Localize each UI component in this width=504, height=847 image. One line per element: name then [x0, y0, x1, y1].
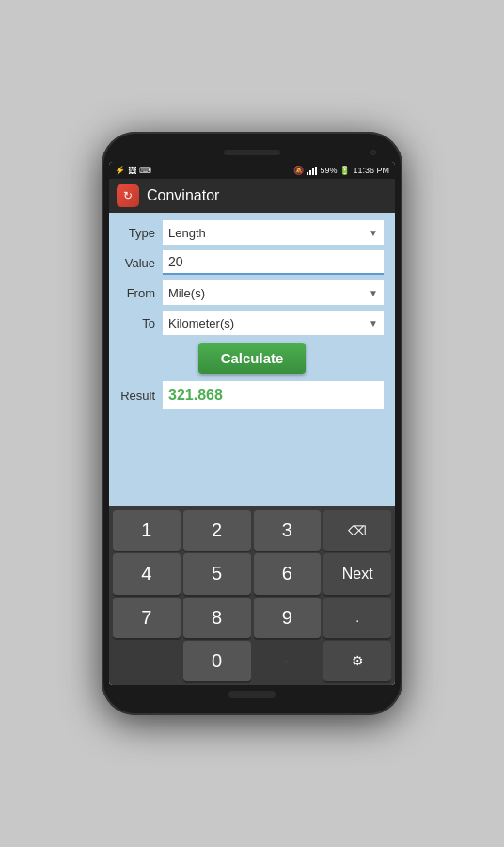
status-left-icons: ⚡ 🖼 ⌨ — [115, 166, 151, 175]
phone-screen: ⚡ 🖼 ⌨ 🔕 59% 🔋 11:36 PM ↻ — [109, 162, 395, 685]
value-label: Value — [120, 256, 163, 270]
gear-icon: ⚙ — [352, 653, 364, 668]
key-4[interactable]: 4 — [113, 553, 181, 594]
value-row: Value — [120, 250, 384, 275]
from-arrow: ▼ — [369, 288, 378, 298]
result-value: 321.868 — [168, 387, 223, 404]
home-button[interactable] — [228, 691, 276, 698]
usb-icon: ⚡ — [115, 166, 125, 175]
to-select[interactable]: Kilometer(s) ▼ — [163, 311, 384, 335]
key-settings[interactable]: ⚙ — [323, 641, 391, 681]
app-icon-symbol: ↻ — [123, 189, 133, 202]
signal-bars — [307, 166, 317, 175]
keyboard-icon: ⌨ — [139, 166, 151, 175]
from-value: Mile(s) — [168, 286, 205, 300]
result-row: Result 321.868 — [120, 381, 384, 409]
image-icon: 🖼 — [128, 166, 136, 175]
time: 11:36 PM — [353, 166, 389, 175]
to-row: To Kilometer(s) ▼ — [120, 311, 384, 335]
type-label: Type — [120, 226, 163, 240]
from-row: From Mile(s) ▼ — [120, 280, 384, 305]
signal-bar-4 — [315, 167, 317, 175]
type-value: Length — [168, 226, 206, 240]
key-7[interactable]: 7 — [113, 598, 181, 638]
result-box: 321.868 — [163, 381, 384, 409]
key-0[interactable]: 0 — [183, 641, 251, 681]
key-decimal[interactable]: . — [323, 598, 391, 638]
mute-icon: 🔕 — [293, 166, 304, 175]
speaker — [224, 150, 280, 155]
signal-bar-3 — [312, 168, 314, 175]
status-bar: ⚡ 🖼 ⌨ 🔕 59% 🔋 11:36 PM — [109, 162, 395, 179]
key-backspace[interactable]: ⌫ — [323, 510, 391, 551]
phone-bottom — [109, 685, 395, 704]
key-8[interactable]: 8 — [183, 598, 251, 638]
type-select[interactable]: Length ▼ — [163, 220, 384, 245]
signal-bar-2 — [309, 170, 311, 175]
key-6[interactable]: 6 — [254, 553, 322, 594]
key-2[interactable]: 2 — [183, 510, 251, 551]
to-arrow: ▼ — [369, 318, 378, 328]
key-empty-right: ··· — [254, 641, 322, 681]
app-header: ↻ Convinator — [109, 179, 395, 213]
battery-icon: 🔋 — [339, 166, 350, 175]
calculate-button[interactable]: Calculate — [198, 343, 307, 374]
to-label: To — [120, 316, 163, 330]
battery-percentage: 59% — [320, 166, 337, 175]
signal-bar-1 — [307, 172, 308, 175]
from-select[interactable]: Mile(s) ▼ — [163, 280, 384, 305]
result-label: Result — [120, 389, 163, 403]
type-arrow: ▼ — [369, 228, 378, 238]
camera — [370, 150, 376, 155]
app-title: Convinator — [147, 187, 219, 204]
key-5[interactable]: 5 — [183, 553, 251, 594]
phone-frame: ⚡ 🖼 ⌨ 🔕 59% 🔋 11:36 PM ↻ — [102, 132, 402, 715]
key-1[interactable]: 1 — [113, 510, 181, 551]
key-3[interactable]: 3 — [254, 510, 322, 551]
from-label: From — [120, 286, 163, 300]
converter-area: Type Length ▼ Value From Mile(s) ▼ — [109, 213, 395, 506]
keyboard: 1 2 3 ⌫ 4 5 6 Next 7 8 9 . 0 ··· ⚙ — [109, 506, 395, 685]
key-empty-left — [113, 641, 181, 681]
type-row: Type Length ▼ — [120, 220, 384, 245]
phone-top-bar — [109, 143, 395, 162]
key-next[interactable]: Next — [323, 553, 391, 594]
app-icon: ↻ — [117, 184, 139, 207]
to-value: Kilometer(s) — [168, 316, 234, 330]
status-right: 🔕 59% 🔋 11:36 PM — [293, 166, 389, 175]
key-9[interactable]: 9 — [254, 598, 322, 638]
value-input[interactable] — [163, 250, 384, 275]
